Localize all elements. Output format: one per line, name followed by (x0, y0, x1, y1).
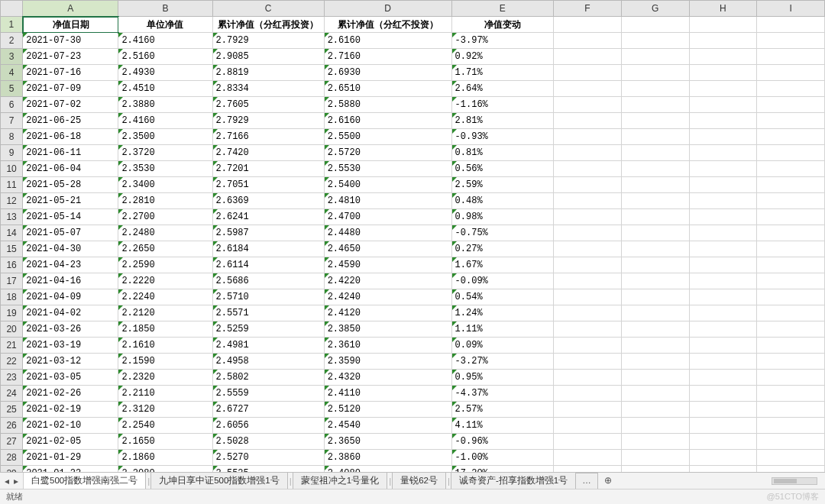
row-header-9[interactable]: 9 (1, 145, 23, 161)
cell-D9[interactable]: 2.5720 (324, 145, 451, 161)
cell-D12[interactable]: 2.4810 (324, 193, 451, 209)
cell-F21[interactable] (554, 338, 622, 354)
cell-H11[interactable] (689, 177, 757, 193)
cell-B10[interactable]: 2.3530 (118, 161, 212, 177)
cell-I27[interactable] (757, 434, 825, 450)
cell-A15[interactable]: 2021-04-30 (23, 241, 118, 257)
cell-C11[interactable]: 2.7051 (212, 177, 324, 193)
cell-C12[interactable]: 2.6369 (212, 193, 324, 209)
col-header-C[interactable]: C (212, 1, 324, 17)
cell-F4[interactable] (554, 65, 622, 81)
cell-F10[interactable] (554, 161, 622, 177)
col-header-G[interactable]: G (621, 1, 689, 17)
cell-H22[interactable] (689, 354, 757, 370)
cell-D23[interactable]: 2.4320 (324, 370, 451, 386)
cell-E29[interactable]: 17.20% (451, 466, 554, 473)
cell-B16[interactable]: 2.2590 (118, 257, 212, 273)
cell-G26[interactable] (621, 418, 689, 434)
cell-I29[interactable] (757, 466, 825, 473)
cell-H26[interactable] (689, 418, 757, 434)
cell-I18[interactable] (757, 289, 825, 305)
cell-D5[interactable]: 2.6510 (324, 81, 451, 97)
cell-D11[interactable]: 2.5400 (324, 177, 451, 193)
cell-H28[interactable] (689, 450, 757, 466)
cell-B18[interactable]: 2.2240 (118, 289, 212, 305)
cell-D22[interactable]: 2.3590 (324, 354, 451, 370)
row-header-6[interactable]: 6 (1, 97, 23, 113)
cell-B6[interactable]: 2.3880 (118, 97, 212, 113)
row-header-2[interactable]: 2 (1, 33, 23, 49)
cell-D19[interactable]: 2.4120 (324, 305, 451, 321)
cell-G14[interactable] (621, 225, 689, 241)
cell-F7[interactable] (554, 113, 622, 129)
cell-F15[interactable] (554, 241, 622, 257)
cell-A21[interactable]: 2021-03-19 (23, 338, 118, 354)
cell-F25[interactable] (554, 402, 622, 418)
cell-I21[interactable] (757, 338, 825, 354)
cell-I16[interactable] (757, 257, 825, 273)
row-header-15[interactable]: 15 (1, 241, 23, 257)
cell-B2[interactable]: 2.4160 (118, 33, 212, 49)
cell-E8[interactable]: -0.93% (451, 129, 554, 145)
row-header-20[interactable]: 20 (1, 321, 23, 338)
cell-E17[interactable]: -0.09% (451, 273, 554, 289)
cell-F1[interactable] (554, 17, 622, 33)
cell-I20[interactable] (757, 321, 825, 338)
col-header-F[interactable]: F (554, 1, 622, 17)
sheet-tab[interactable]: 白鹭500指数增强南强二号 (24, 473, 146, 489)
cell-I28[interactable] (757, 450, 825, 466)
cell-H20[interactable] (689, 321, 757, 338)
cell-B3[interactable]: 2.5160 (118, 49, 212, 65)
cell-E19[interactable]: 1.24% (451, 305, 554, 321)
cell-G12[interactable] (621, 193, 689, 209)
col-header-A[interactable]: A (23, 1, 118, 17)
cell-B1[interactable]: 单位净值 (118, 17, 212, 33)
cell-I19[interactable] (757, 305, 825, 321)
cell-C8[interactable]: 2.7166 (212, 129, 324, 145)
cell-D13[interactable]: 2.4700 (324, 209, 451, 225)
cell-E12[interactable]: 0.48% (451, 193, 554, 209)
cell-G21[interactable] (621, 338, 689, 354)
cell-G10[interactable] (621, 161, 689, 177)
row-header-1[interactable]: 1 (1, 17, 23, 33)
cell-F13[interactable] (554, 209, 622, 225)
cell-B24[interactable]: 2.2110 (118, 386, 212, 402)
cell-D6[interactable]: 2.5880 (324, 97, 451, 113)
cell-D27[interactable]: 2.3650 (324, 434, 451, 450)
cell-F11[interactable] (554, 177, 622, 193)
cell-D2[interactable]: 2.6160 (324, 33, 451, 49)
row-header-12[interactable]: 12 (1, 193, 23, 209)
cell-C19[interactable]: 2.5571 (212, 305, 324, 321)
cell-A8[interactable]: 2021-06-18 (23, 129, 118, 145)
cell-D1[interactable]: 累计净值（分红不投资） (324, 17, 451, 33)
row-header-5[interactable]: 5 (1, 81, 23, 97)
spreadsheet-grid[interactable]: ABCDEFGHI 1净值日期单位净值累计净值（分红再投资）累计净值（分红不投资… (0, 0, 825, 472)
cell-D24[interactable]: 2.4110 (324, 386, 451, 402)
cell-F5[interactable] (554, 81, 622, 97)
row-header-27[interactable]: 27 (1, 434, 23, 450)
cell-F24[interactable] (554, 386, 622, 402)
cell-F29[interactable] (554, 466, 622, 473)
row-header-4[interactable]: 4 (1, 65, 23, 81)
cell-A16[interactable]: 2021-04-23 (23, 257, 118, 273)
cell-I6[interactable] (757, 97, 825, 113)
cell-A7[interactable]: 2021-06-25 (23, 113, 118, 129)
cell-E4[interactable]: 1.71% (451, 65, 554, 81)
cell-B23[interactable]: 2.2320 (118, 370, 212, 386)
cell-B8[interactable]: 2.3500 (118, 129, 212, 145)
cell-I10[interactable] (757, 161, 825, 177)
cell-B14[interactable]: 2.2480 (118, 225, 212, 241)
cell-H4[interactable] (689, 65, 757, 81)
row-header-21[interactable]: 21 (1, 338, 23, 354)
cell-B5[interactable]: 2.4510 (118, 81, 212, 97)
cell-A19[interactable]: 2021-04-02 (23, 305, 118, 321)
cell-A27[interactable]: 2021-02-05 (23, 434, 118, 450)
cell-C23[interactable]: 2.5802 (212, 370, 324, 386)
cell-C3[interactable]: 2.9085 (212, 49, 324, 65)
cell-C25[interactable]: 2.6727 (212, 402, 324, 418)
cell-H24[interactable] (689, 386, 757, 402)
cell-G4[interactable] (621, 65, 689, 81)
cell-C24[interactable]: 2.5559 (212, 386, 324, 402)
cell-H5[interactable] (689, 81, 757, 97)
row-header-19[interactable]: 19 (1, 305, 23, 321)
